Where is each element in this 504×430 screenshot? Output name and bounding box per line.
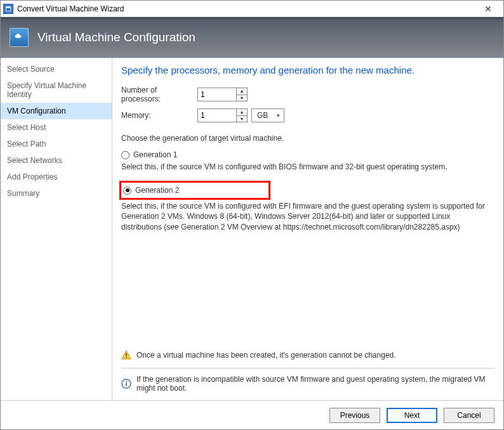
processors-label: Number of processors: — [121, 86, 197, 103]
wizard-main-panel: Specify the processors, memory and gener… — [112, 58, 503, 400]
cancel-button[interactable]: Cancel — [444, 408, 494, 423]
info-text: If the generation is incompatible with s… — [136, 375, 494, 393]
generation2-highlight: Generation 2 — [119, 181, 270, 200]
processors-input[interactable] — [198, 88, 236, 101]
generation1-description: Select this, if the source VM is configu… — [121, 162, 489, 172]
step-add-properties[interactable]: Add Properties — [1, 169, 112, 185]
memory-unit-value: GB — [257, 111, 268, 120]
main-heading: Specify the processors, memory and gener… — [121, 65, 494, 75]
generation-prompt: Choose the generation of target virtual … — [121, 134, 494, 143]
close-button[interactable]: ✕ — [475, 4, 501, 14]
app-icon — [3, 4, 13, 14]
wizard-steps-sidebar: Select Source Specify Virtual Machine Id… — [1, 58, 112, 400]
compatibility-info: If the generation is incompatible with s… — [121, 371, 494, 396]
banner: Virtual Machine Configuration — [1, 17, 503, 58]
info-icon — [121, 379, 131, 389]
warning-text: Once a virtual machine has been created,… — [136, 351, 396, 360]
generation1-radio-row[interactable]: Generation 1 — [121, 149, 494, 160]
memory-unit-select[interactable]: GB ▾ — [251, 108, 284, 122]
processors-row: Number of processors: ▲ ▼ — [121, 86, 494, 103]
processors-stepper-down[interactable]: ▼ — [237, 95, 247, 101]
chevron-down-icon: ▾ — [277, 112, 280, 119]
page-title: Virtual Machine Configuration — [37, 30, 196, 44]
wizard-window: Convert Virtual Machine Wizard ✕ Virtual… — [0, 0, 504, 430]
memory-input[interactable] — [198, 109, 236, 122]
cloud-computer-icon — [10, 28, 29, 47]
next-button[interactable]: Next — [387, 408, 437, 423]
processors-stepper-up[interactable]: ▲ — [237, 88, 247, 95]
step-select-source[interactable]: Select Source — [1, 61, 112, 77]
generation1-label: Generation 1 — [133, 150, 177, 159]
svg-point-6 — [126, 381, 127, 382]
memory-label: Memory: — [121, 111, 197, 120]
titlebar: Convert Virtual Machine Wizard ✕ — [1, 1, 503, 17]
memory-stepper-up[interactable]: ▲ — [237, 109, 247, 116]
svg-rect-4 — [126, 357, 127, 358]
warning-icon — [121, 350, 131, 360]
generation2-label: Generation 2 — [135, 186, 179, 195]
generation2-description: Select this, if the source VM is configu… — [121, 201, 489, 232]
generation1-radio[interactable] — [121, 151, 129, 159]
processors-stepper[interactable]: ▲ ▼ — [197, 88, 248, 101]
wizard-button-bar: Previous Next Cancel — [1, 400, 503, 429]
svg-rect-3 — [126, 353, 127, 356]
generation2-radio[interactable] — [123, 186, 131, 195]
memory-stepper[interactable]: ▲ ▼ — [197, 108, 248, 122]
svg-rect-7 — [126, 383, 127, 386]
step-select-path[interactable]: Select Path — [1, 136, 112, 152]
divider — [121, 368, 494, 368]
step-select-host[interactable]: Select Host — [1, 119, 112, 136]
memory-stepper-down[interactable]: ▼ — [237, 116, 247, 122]
step-specify-identity[interactable]: Specify Virtual Machine Identity — [1, 77, 112, 103]
generation2-radio-row[interactable]: Generation 2 — [121, 185, 179, 196]
svg-rect-1 — [6, 8, 10, 11]
wizard-body: Select Source Specify Virtual Machine Id… — [1, 58, 503, 400]
window-title: Convert Virtual Machine Wizard — [17, 4, 124, 13]
step-select-networks[interactable]: Select Networks — [1, 152, 112, 169]
step-summary[interactable]: Summary — [1, 185, 112, 202]
step-vm-configuration[interactable]: VM Configuration — [1, 103, 112, 119]
memory-row: Memory: ▲ ▼ GB ▾ — [121, 108, 494, 122]
generation-warning: Once a virtual machine has been created,… — [121, 346, 494, 364]
previous-button[interactable]: Previous — [329, 408, 380, 423]
